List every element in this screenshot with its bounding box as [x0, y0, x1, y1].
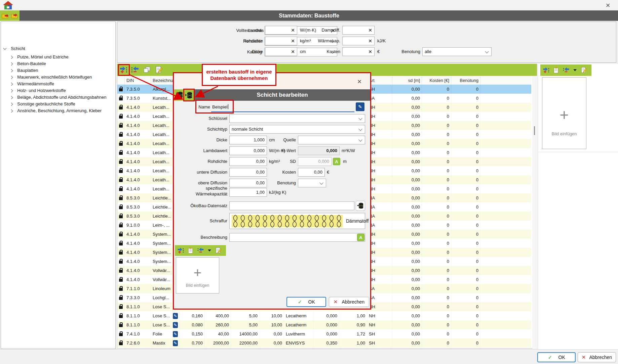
- edit-image-button[interactable]: [580, 66, 587, 75]
- import-database-icon[interactable]: [176, 91, 184, 99]
- beschreibung-auto-button[interactable]: A: [357, 234, 364, 241]
- paste-special-button[interactable]: [154, 65, 163, 74]
- copy-record-button[interactable]: [143, 65, 151, 74]
- clear-icon[interactable]: ✕: [368, 28, 372, 33]
- lock-icon: [119, 125, 123, 128]
- beschreibung-input[interactable]: [229, 233, 365, 242]
- header-bez[interactable]: Bezeichnung: [151, 76, 171, 85]
- tree-item[interactable]: ·Wärmedämmstoffe: [10, 81, 54, 86]
- quelle-combo[interactable]: [298, 136, 365, 144]
- header-din[interactable]: DIN: [125, 76, 151, 85]
- name-edit-pencil-icon[interactable]: ✎: [356, 102, 364, 111]
- kosten-input[interactable]: 0,00: [298, 168, 325, 177]
- dialog-image-placeholder-box[interactable]: + Bild einfügen: [176, 257, 219, 293]
- chevron-right-icon[interactable]: [10, 69, 13, 72]
- tree-item[interactable]: ·Putze, Mörtel und Estriche: [10, 54, 69, 59]
- cell-bez: Lose S...: [151, 302, 171, 311]
- schluessel-combo[interactable]: [229, 114, 365, 123]
- chevron-right-icon[interactable]: [10, 96, 13, 99]
- cell-bez: System...: [151, 257, 171, 266]
- image-placeholder-box[interactable]: + Bild einfügen: [542, 77, 586, 149]
- paste-image-button[interactable]: [552, 66, 560, 75]
- waermekap-input[interactable]: ✕: [342, 37, 375, 45]
- chevron-right-icon[interactable]: [10, 109, 13, 112]
- dialog-cancel-button[interactable]: ✕Abbrechen: [329, 297, 369, 307]
- tree-item[interactable]: ·Beläge, Abdichtstoffe und Abdichtungsba…: [10, 95, 106, 100]
- dicke-label: Dicke: [174, 136, 227, 144]
- chevron-right-icon[interactable]: [10, 89, 13, 92]
- tree-item[interactable]: ·Beton-Bauteile: [10, 61, 46, 66]
- edit-pencil-icon[interactable]: ✎: [173, 322, 178, 328]
- remove-record-button[interactable]: [131, 65, 140, 74]
- schichttyp-combo[interactable]: normale Schicht: [229, 125, 365, 134]
- dialog-ok-button[interactable]: ✓OK: [286, 297, 326, 307]
- cell-sd: 0,00: [392, 320, 422, 329]
- rohdichte-input[interactable]: ✕: [265, 37, 297, 45]
- table-vertical-scrollbar[interactable]: [532, 76, 537, 349]
- table-row[interactable]: 7.4.1.0Folie✎0,15040,0014000,000,00Luvit…: [117, 329, 531, 338]
- benotung-combo[interactable]: [298, 179, 326, 187]
- tree-item[interactable]: ·Holz- und Holzwerkstoffe: [10, 88, 66, 93]
- sd-auto-button[interactable]: A: [333, 158, 340, 165]
- tree-item[interactable]: ·Sonstige gebräuchliche Stoffe: [10, 101, 75, 106]
- clear-icon[interactable]: ✕: [368, 38, 372, 44]
- chevron-right-icon[interactable]: [10, 76, 13, 79]
- cell-kost: 0: [422, 157, 451, 166]
- paste-image-button[interactable]: [187, 246, 194, 255]
- main-cancel-button[interactable]: ✕Abbrechen: [578, 352, 616, 362]
- cell-kost: 0: [422, 275, 451, 284]
- lock-icon: [119, 161, 123, 164]
- chevron-right-icon[interactable]: [10, 55, 13, 59]
- table-row[interactable]: 8.1.1.0Lose S...✎0,160400,005,0010,00Lec…: [117, 311, 531, 320]
- clear-icon[interactable]: ✕: [368, 49, 372, 54]
- oekobau-database-button[interactable]: [356, 201, 365, 211]
- benotung-filter-combo[interactable]: alle: [422, 47, 492, 56]
- lock-icon: [119, 342, 123, 345]
- dialog-close-icon[interactable]: ✕: [357, 79, 362, 85]
- kosten-filter-input[interactable]: ✕: [342, 47, 375, 56]
- remove-image-button[interactable]: [197, 246, 204, 255]
- clear-icon[interactable]: ✕: [291, 49, 295, 54]
- schraffur-combo[interactable]: Dämmstoff: [229, 213, 365, 229]
- oekobau-input[interactable]: [229, 201, 354, 210]
- header-sd[interactable]: sd [m]: [392, 76, 422, 85]
- cell-lock: [117, 320, 125, 329]
- tree-item[interactable]: ·Anstriche, Beschichtung, Armierung, Kle…: [10, 108, 102, 113]
- header-ben[interactable]: Benotung: [451, 76, 480, 85]
- tree-item[interactable]: ·Bauplatten: [10, 68, 38, 73]
- dicke-input[interactable]: ✕: [265, 47, 297, 56]
- cell-lock: [117, 284, 125, 293]
- edit-pencil-icon[interactable]: ✎: [173, 340, 178, 346]
- cell-ben: 0: [451, 302, 480, 311]
- remove-image-button[interactable]: [563, 66, 570, 75]
- edit-image-button[interactable]: [215, 246, 222, 255]
- cell-lock: [117, 221, 125, 230]
- main-ok-button[interactable]: ✓OK: [537, 352, 576, 362]
- cell-kost: 0: [422, 320, 451, 329]
- dampdiff-input[interactable]: ✕: [342, 26, 375, 35]
- edit-pencil-icon[interactable]: ✎: [173, 313, 178, 319]
- edit-pencil-icon[interactable]: ✎: [173, 331, 178, 337]
- cell-bez: Vollwär...: [151, 266, 171, 275]
- clear-icon[interactable]: ✕: [291, 38, 295, 44]
- table-row[interactable]: 8.1.1.0Lose S...✎0,080260,005,0010,00Lec…: [117, 320, 531, 329]
- scrollbar-thumb[interactable]: [534, 126, 535, 135]
- clear-icon[interactable]: ✕: [291, 28, 295, 33]
- more-options-chevron-icon[interactable]: [573, 66, 577, 75]
- header-lock[interactable]: [117, 76, 125, 85]
- add-image-button[interactable]: [177, 246, 184, 255]
- chevron-right-icon[interactable]: [10, 62, 13, 65]
- more-options-chevron-icon[interactable]: [207, 246, 212, 255]
- cell-c1: 260,00: [205, 320, 231, 329]
- header-kost[interactable]: Kosten [€]: [422, 76, 451, 85]
- tree-item[interactable]: ·Mauerwerk, einschließlich Mörtelfugen: [10, 75, 92, 80]
- window-close-icon[interactable]: ✕: [606, 3, 610, 8]
- table-row[interactable]: 7.2.6.0Mastix✎0,7002000,0022000,000,00EN…: [117, 338, 531, 348]
- chevron-right-icon[interactable]: [10, 102, 13, 106]
- lambda-input[interactable]: ✕: [265, 26, 297, 35]
- spez-waermekapazitaet-input[interactable]: 1,00: [229, 188, 267, 197]
- add-image-button[interactable]: [542, 66, 550, 75]
- chevron-down-icon[interactable]: [3, 47, 7, 50]
- tree-root-schicht[interactable]: · Schicht: [4, 46, 25, 51]
- chevron-right-icon[interactable]: [10, 82, 13, 86]
